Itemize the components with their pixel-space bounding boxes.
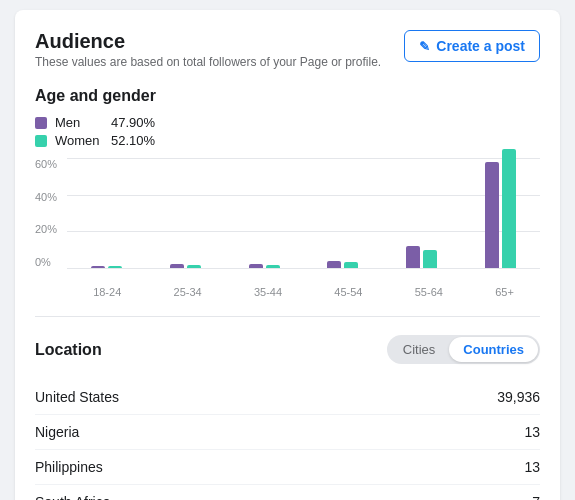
country-name: Philippines (35, 459, 103, 475)
x-label-2534: 25-34 (174, 286, 202, 298)
bar-men-55-64 (406, 246, 420, 268)
location-header: Location Cities Countries (35, 335, 540, 364)
create-post-label: Create a post (436, 38, 525, 54)
country-count: 7 (532, 494, 540, 500)
grid-line-0 (67, 268, 540, 269)
y-axis: 60% 40% 20% 0% (35, 158, 57, 268)
x-label-4554: 45-54 (334, 286, 362, 298)
country-row: Nigeria13 (35, 415, 540, 450)
page-subtitle: These values are based on total follower… (35, 55, 381, 69)
x-axis: 18-24 25-34 35-44 45-54 55-64 65+ (67, 286, 540, 298)
y-label-0: 0% (35, 256, 57, 268)
country-count: 39,936 (497, 389, 540, 405)
bar-women-35-44 (266, 265, 280, 268)
bar-men-18-24 (91, 266, 105, 268)
y-label-20: 20% (35, 223, 57, 235)
tab-countries[interactable]: Countries (449, 337, 538, 362)
section-divider (35, 316, 540, 317)
country-row: South Africa7 (35, 485, 540, 500)
women-value: 52.10% (111, 133, 155, 148)
men-label: Men (55, 115, 103, 130)
men-value: 47.90% (111, 115, 155, 130)
bar-women-45-54 (344, 262, 358, 268)
country-name: United States (35, 389, 119, 405)
edit-icon: ✎ (419, 39, 430, 54)
location-tabs: Cities Countries (387, 335, 540, 364)
y-label-60: 60% (35, 158, 57, 170)
x-label-3544: 35-44 (254, 286, 282, 298)
women-dot (35, 135, 47, 147)
bar-men-35-44 (249, 264, 263, 268)
bars-row (67, 158, 540, 268)
card-header: Audience These values are based on total… (35, 30, 540, 69)
women-label: Women (55, 133, 103, 148)
country-count: 13 (524, 424, 540, 440)
legend-women: Women 52.10% (35, 133, 540, 148)
x-label-65plus: 65+ (495, 286, 514, 298)
bar-group-45-54 (327, 261, 358, 268)
bar-men-65plus (485, 162, 499, 268)
audience-card: Audience These values are based on total… (15, 10, 560, 500)
location-title: Location (35, 341, 102, 359)
bar-women-25-34 (187, 265, 201, 268)
men-dot (35, 117, 47, 129)
bar-women-18-24 (108, 266, 122, 268)
country-count: 13 (524, 459, 540, 475)
chart-area (67, 158, 540, 268)
age-gender-chart: 60% 40% 20% 0% 18-24 25-34 35-44 45-54 5… (35, 158, 540, 298)
y-label-40: 40% (35, 191, 57, 203)
create-post-button[interactable]: ✎ Create a post (404, 30, 540, 62)
country-name: South Africa (35, 494, 111, 500)
bar-group-35-44 (249, 264, 280, 268)
countries-list: United States39,936Nigeria13Philippines1… (35, 380, 540, 500)
page-title: Audience (35, 30, 381, 53)
country-row: United States39,936 (35, 380, 540, 415)
bar-group-25-34 (170, 264, 201, 268)
country-name: Nigeria (35, 424, 79, 440)
bar-women-65plus (502, 149, 516, 268)
bar-women-55-64 (423, 250, 437, 268)
bar-group-65plus (485, 149, 516, 268)
x-label-1824: 18-24 (93, 286, 121, 298)
bar-group-55-64 (406, 246, 437, 268)
legend: Men 47.90% Women 52.10% (35, 115, 540, 148)
age-gender-title: Age and gender (35, 87, 540, 105)
legend-men: Men 47.90% (35, 115, 540, 130)
bar-group-18-24 (91, 266, 122, 268)
bar-men-45-54 (327, 261, 341, 268)
tab-cities[interactable]: Cities (389, 337, 450, 362)
x-label-5564: 55-64 (415, 286, 443, 298)
header-text: Audience These values are based on total… (35, 30, 381, 69)
country-row: Philippines13 (35, 450, 540, 485)
bar-men-25-34 (170, 264, 184, 268)
